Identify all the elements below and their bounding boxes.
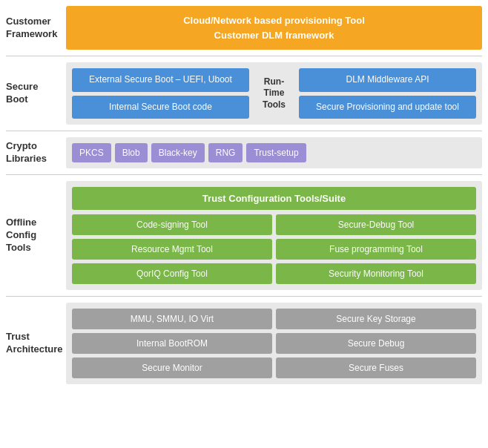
offline-config-section: OfflineConfigTools Trust Configuration T…	[6, 181, 482, 290]
blob-box: Blob	[115, 143, 148, 162]
trust-config-suite-box: Trust Configuration Tools/Suite	[72, 187, 476, 210]
customer-framework-label: CustomerFramework	[6, 6, 62, 50]
secure-boot-section: SecureBoot External Secure Boot – UEFI, …	[6, 62, 482, 125]
crypto-label: CryptoLibraries	[6, 137, 62, 168]
boot-right: DLM Middleware API Secure Provisioning a…	[299, 68, 476, 119]
secure-boot-content: External Secure Boot – UEFI, Uboot Inter…	[66, 62, 482, 125]
internal-bootrom-box: Internal BootROM	[72, 333, 272, 354]
trust-architecture-section: TrustArchitecture MMU, SMMU, IO Virt Sec…	[6, 303, 482, 384]
divider-2	[6, 131, 482, 131]
dlm-middleware-box: DLM Middleware API	[299, 68, 476, 92]
security-monitoring-box: Security Monitoring Tool	[276, 263, 476, 284]
trust-content: MMU, SMMU, IO Virt Secure Key Storage In…	[66, 303, 482, 384]
secure-provisioning-box: Secure Provisioning and update tool	[299, 96, 476, 119]
divider-3	[6, 174, 482, 175]
boot-left: External Secure Boot – UEFI, Uboot Inter…	[72, 68, 249, 119]
mmu-smmu-box: MMU, SMMU, IO Virt	[72, 309, 272, 329]
crypto-row: PKCS Blob Black-key RNG Trust-setup	[72, 143, 476, 162]
internal-secure-boot-box: Internal Secure Boot code	[72, 96, 249, 119]
offline-grid: Code-signing Tool Secure-Debug Tool Reso…	[72, 214, 476, 284]
fuse-programming-box: Fuse programming Tool	[276, 239, 476, 260]
resource-mgmt-box: Resource Mgmt Tool	[72, 239, 272, 260]
qoriq-config-box: QorIQ Config Tool	[72, 263, 272, 284]
crypto-section: CryptoLibraries PKCS Blob Black-key RNG …	[6, 137, 482, 168]
pkcs-box: PKCS	[72, 143, 111, 162]
offline-content: Trust Configuration Tools/Suite Code-sig…	[66, 181, 482, 290]
architecture-diagram: CustomerFramework Cloud/Network based pr…	[0, 0, 488, 390]
secure-monitor-box: Secure Monitor	[72, 358, 272, 378]
code-signing-box: Code-signing Tool	[72, 214, 272, 235]
offline-config-label: OfflineConfigTools	[6, 181, 62, 290]
trust-grid: MMU, SMMU, IO Virt Secure Key Storage In…	[72, 309, 476, 378]
secure-debug-tool-box: Secure-Debug Tool	[276, 214, 476, 235]
runtime-tools-label: Run-TimeTools	[254, 68, 294, 119]
secure-debug-box: Secure Debug	[276, 333, 476, 354]
secure-fuses-box: Secure Fuses	[276, 358, 476, 378]
secure-key-storage-box: Secure Key Storage	[276, 309, 476, 329]
divider-1	[6, 56, 482, 56]
cf-line1: Cloud/Network based provisioning Tool	[183, 15, 365, 26]
divider-4	[6, 296, 482, 297]
customer-framework-section: CustomerFramework Cloud/Network based pr…	[6, 6, 482, 50]
trust-architecture-label: TrustArchitecture	[6, 303, 62, 384]
customer-framework-box: Cloud/Network based provisioning Tool Cu…	[66, 6, 482, 50]
black-key-box: Black-key	[151, 143, 205, 162]
rng-box: RNG	[208, 143, 243, 162]
secure-boot-label: SecureBoot	[6, 62, 62, 125]
cf-line2: Customer DLM framework	[214, 30, 334, 41]
trust-setup-box: Trust-setup	[246, 143, 306, 162]
external-secure-boot-box: External Secure Boot – UEFI, Uboot	[72, 68, 249, 92]
crypto-content: PKCS Blob Black-key RNG Trust-setup	[66, 137, 482, 168]
